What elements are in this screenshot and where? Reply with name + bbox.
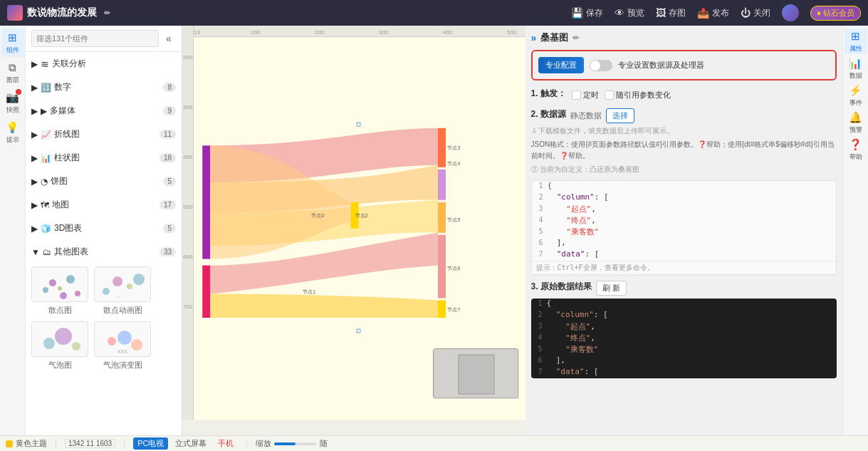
save-button[interactable]: 💾 保存	[571, 7, 603, 19]
preview-button[interactable]: 👁 预览	[615, 7, 644, 19]
sidebar-section-header-media[interactable]: ▶ ▶ 多媒体 9	[26, 102, 182, 120]
chart-preview-bubble-evolve[interactable]: XXX 气泡演变图	[94, 321, 151, 370]
code-line-2: 2 "column": [	[532, 192, 837, 204]
trigger-param-checkbox[interactable]: 随引用参数变化	[605, 90, 671, 100]
raw-results-editor[interactable]: 1 { 2 "column": [ 3 "起点", 4 "终点", 5	[531, 299, 837, 378]
ruler-left: 200 300 400 500 600 700	[182, 26, 194, 420]
code-hint: 提示：Ctrl+F全屏，查看更多命令。	[532, 261, 837, 274]
layers-icon: ⧉	[9, 61, 16, 74]
pro-config-button[interactable]: 专业配置	[538, 57, 584, 73]
zoom-slider[interactable]	[274, 442, 317, 445]
canvas-content[interactable]: 节点0 节点1 节点2 节点3 节点4 节点5 节点6 节点7	[194, 37, 525, 420]
node0-label: 节点0	[311, 213, 324, 219]
right-icon-help[interactable]: ❓ 帮助	[845, 137, 867, 162]
sidebar-section-map: ▶ 🗺 地图 17	[26, 193, 182, 217]
svg-point-14	[108, 337, 116, 346]
datasource-section: 2. 数据源 静态数据 选择 ⇩ 下载模板文件，填充数据后上传即可展示。 JSO…	[531, 108, 837, 175]
right-icon-alerts[interactable]: 🔔 预警	[845, 110, 867, 135]
pro-config-box: 专业配置 专业设置数据源及处理器	[531, 50, 837, 81]
sidebar-section-header-number[interactable]: ▶ 🔢 数字 8	[26, 78, 182, 96]
statusbar-theme[interactable]: 黄色主题	[6, 438, 47, 449]
right-icon-data[interactable]: 📊 数据	[845, 56, 867, 81]
device-vertical[interactable]: 立式屏幕	[171, 437, 211, 450]
timed-checkbox-box[interactable]	[572, 90, 581, 100]
refresh-row: 3. 原始数据结果 刷 新	[531, 281, 837, 296]
bubble-evolve-thumb: XXX	[94, 321, 151, 357]
code-editor[interactable]: 1 { 2 "column": [ 3 "起点", 4 "终点", 5	[531, 180, 837, 275]
right-panel-content: » 桑基图 ✏ 专业配置 专业设置数据源及处理器 1. 触发： 定时	[525, 26, 843, 435]
sidebar-item-layers[interactable]: ⧉ 图层	[1, 58, 24, 87]
app-logo: 数说物流的发展 ✏	[7, 5, 110, 21]
minimap[interactable]	[433, 348, 518, 398]
device-mobile[interactable]: 手机	[214, 437, 238, 450]
left-sidebar: « ▶ ≋ 关联分析 ▶ 🔢 数字 8 ▶ ▶ 多媒体 9	[26, 26, 182, 435]
zoom-control: 缩放 随	[256, 438, 328, 449]
resolution-box: 1342 11 1603	[65, 439, 115, 448]
datasource-title-row: 2. 数据源 静态数据 选择	[531, 108, 837, 123]
sidebar-section-header-barchart[interactable]: ▶ 📊 柱状图 18	[26, 149, 182, 167]
sidebar-section-3d: ▶ 🧊 3D图表 5	[26, 217, 182, 240]
svg-point-5	[60, 292, 67, 299]
sidebar-item-components[interactable]: ⊞ 组件	[1, 28, 24, 57]
svg-text:···: ···	[117, 294, 122, 300]
device-pc-tv[interactable]: PC电视	[133, 437, 168, 450]
section-chevron: ▶	[31, 177, 38, 187]
close-icon: ⏻	[741, 7, 751, 19]
sidebar-section-barchart: ▶ 📊 柱状图 18	[26, 146, 182, 170]
title-edit-icon[interactable]: ✏	[104, 9, 110, 18]
sidebar-section-header-linechart[interactable]: ▶ 📈 折线图 11	[26, 125, 182, 143]
raw-line-1: 1 {	[531, 299, 837, 310]
hint-icon: 💡	[6, 121, 19, 134]
theme-dot	[6, 440, 13, 447]
param-checkbox-box[interactable]	[605, 90, 614, 100]
sidebar-search-row: «	[26, 26, 182, 52]
search-input[interactable]	[31, 30, 159, 47]
vip-icon: ♦	[817, 9, 823, 17]
sidebar-item-snapshot[interactable]: 📷 快照	[1, 88, 24, 117]
select-datasource-button[interactable]: 选择	[606, 108, 634, 123]
scatter-anim-thumb: ···	[94, 266, 151, 302]
panel-title: 桑基图	[540, 31, 568, 44]
sidebar-collapse-button[interactable]: «	[162, 31, 176, 46]
svg-rect-24	[438, 128, 446, 167]
refresh-button[interactable]: 刷 新	[596, 281, 627, 296]
chart-preview-scatter[interactable]: 散点图	[31, 266, 88, 316]
section-icon: 📈	[41, 130, 51, 140]
svg-rect-22	[202, 266, 210, 318]
section-icon: ◔	[41, 177, 48, 187]
section-chevron: ▶	[31, 153, 38, 163]
statusbar: 黄色主题 1342 11 1603 PC电视 立式屏幕 手机 缩放 随	[0, 435, 868, 451]
sidebar-item-hint[interactable]: 💡 提示	[1, 118, 24, 147]
chart-preview-scatter-anim[interactable]: ··· 散点动画图	[94, 266, 151, 316]
svg-point-13	[72, 342, 80, 351]
svg-text:XXX: XXX	[117, 349, 127, 354]
sidebar-section-related-analysis: ▶ ≋ 关联分析	[26, 52, 182, 76]
raw-line-4: 4 "终点",	[531, 333, 837, 344]
user-avatar[interactable]	[782, 4, 799, 21]
sidebar-section-header-3d[interactable]: ▶ 🧊 3D图表 5	[26, 219, 182, 237]
raw-line-5: 5 "乘客数"	[531, 344, 837, 356]
panel-title-edit[interactable]: ✏	[572, 33, 579, 43]
canvas-area[interactable]: 13 100 200 300 400 500 600 700 800 200 3…	[182, 26, 525, 435]
pro-toggle[interactable]	[590, 60, 612, 71]
chart-preview-bubble[interactable]: 气泡图	[31, 321, 88, 370]
section-chevron: ▶	[31, 130, 38, 140]
right-icon-events[interactable]: ⚡ 事件	[845, 83, 867, 108]
statusbar-divider-3	[246, 439, 247, 449]
save-image-button[interactable]: 🖼 存图	[656, 7, 686, 19]
trigger-timed-checkbox[interactable]: 定时	[572, 90, 599, 100]
right-icon-properties[interactable]: ⊞ 属性	[845, 28, 867, 54]
sidebar-section-header-other[interactable]: ▼ 🗂 其他图表 33	[26, 243, 182, 261]
node3-label: 节点3	[447, 145, 460, 151]
publish-button[interactable]: 📤 发布	[697, 7, 729, 19]
sidebar-section-header-related[interactable]: ▶ ≋ 关联分析	[26, 55, 182, 73]
close-button[interactable]: ⏻ 关闭	[741, 7, 770, 19]
statusbar-divider-2	[124, 439, 125, 449]
section-chevron: ▶	[31, 106, 38, 116]
section-chevron: ▼	[31, 247, 40, 257]
sidebar-section-header-map[interactable]: ▶ 🗺 地图 17	[26, 196, 182, 214]
svg-point-16	[131, 339, 142, 351]
sidebar-section-header-piechart[interactable]: ▶ ◔ 饼图 5	[26, 172, 182, 190]
download-hint: ⇩ 下载模板文件，填充数据后上传即可展示。	[531, 126, 837, 136]
preview-icon: 👁	[615, 7, 624, 19]
